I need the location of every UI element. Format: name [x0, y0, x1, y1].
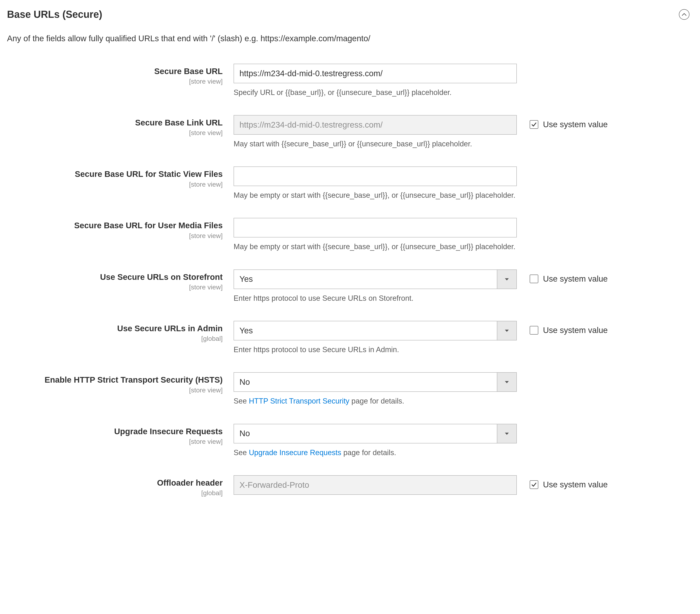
- help-text-after: page for details.: [341, 449, 396, 457]
- field-label: Use Secure URLs on Storefront: [7, 272, 223, 282]
- field-label: Use Secure URLs in Admin: [7, 323, 223, 333]
- field-row-hsts: Enable HTTP Strict Transport Security (H…: [7, 372, 693, 406]
- field-row-use-secure-storefront: Use Secure URLs on Storefront [store vie…: [7, 269, 693, 303]
- secure-base-url-input[interactable]: [234, 64, 517, 83]
- help-text-after: page for details.: [349, 397, 404, 405]
- caret-down-icon: [504, 329, 509, 332]
- field-scope: [global]: [7, 334, 223, 343]
- use-system-value-label: Use system value: [543, 479, 608, 490]
- field-help: Specify URL or {{base_url}}, or {{unsecu…: [234, 88, 517, 98]
- checkmark-icon: [531, 122, 537, 127]
- section-hint: Any of the fields allow fully qualified …: [7, 33, 693, 44]
- field-scope: [store view]: [7, 386, 223, 395]
- field-help: May start with {{secure_base_url}} or {{…: [234, 139, 517, 149]
- field-scope: [store view]: [7, 128, 223, 137]
- field-label: Secure Base Link URL: [7, 118, 223, 127]
- field-label: Secure Base URL for User Media Files: [7, 221, 223, 230]
- field-help: See Upgrade Insecure Requests page for d…: [234, 448, 517, 458]
- select-arrow: [497, 373, 516, 391]
- svg-marker-1: [505, 330, 509, 332]
- field-scope: [store view]: [7, 231, 223, 241]
- chevron-up-icon: [682, 13, 687, 16]
- secure-base-static-input[interactable]: [234, 167, 517, 186]
- help-text-before: See: [234, 449, 249, 457]
- field-help: May be empty or start with {{secure_base…: [234, 242, 517, 252]
- field-scope: [global]: [7, 489, 223, 498]
- field-help: May be empty or start with {{secure_base…: [234, 191, 517, 200]
- field-label: Upgrade Insecure Requests: [7, 427, 223, 437]
- use-system-value-checkbox[interactable]: [530, 480, 538, 489]
- field-scope: [store view]: [7, 180, 223, 189]
- use-system-value-checkbox[interactable]: [530, 120, 538, 129]
- svg-marker-3: [505, 433, 509, 435]
- use-system-value-label: Use system value: [543, 325, 608, 336]
- help-text-before: See: [234, 397, 249, 405]
- use-system-value-checkbox[interactable]: [530, 326, 538, 334]
- field-scope: [store view]: [7, 437, 223, 446]
- use-system-value-checkbox[interactable]: [530, 274, 538, 283]
- field-row-secure-base-static: Secure Base URL for Static View Files [s…: [7, 167, 693, 200]
- select-value: Yes: [234, 270, 497, 288]
- hsts-select[interactable]: No: [234, 372, 517, 392]
- field-scope: [store view]: [7, 283, 223, 292]
- upgrade-insecure-select[interactable]: No: [234, 424, 517, 443]
- field-row-secure-base-url: Secure Base URL [store view] Specify URL…: [7, 64, 693, 98]
- secure-base-link-url-input: [234, 115, 517, 135]
- svg-marker-0: [505, 278, 509, 280]
- use-system-value-label: Use system value: [543, 119, 608, 130]
- field-help: Enter https protocol to use Secure URLs …: [234, 345, 517, 355]
- section-header: Base URLs (Secure): [7, 8, 693, 21]
- field-row-use-secure-admin: Use Secure URLs in Admin [global] Yes En…: [7, 321, 693, 355]
- caret-down-icon: [504, 278, 509, 281]
- use-secure-admin-select[interactable]: Yes: [234, 321, 517, 341]
- hsts-help-link[interactable]: HTTP Strict Transport Security: [249, 397, 349, 405]
- select-arrow: [497, 424, 516, 443]
- field-label: Secure Base URL for Static View Files: [7, 169, 223, 179]
- use-system-value-label: Use system value: [543, 273, 608, 284]
- field-help: See HTTP Strict Transport Security page …: [234, 396, 517, 406]
- checkmark-icon: [531, 482, 537, 488]
- field-label: Secure Base URL: [7, 66, 223, 76]
- use-secure-storefront-select[interactable]: Yes: [234, 269, 517, 289]
- offloader-header-input: [234, 475, 517, 495]
- field-label: Offloader header: [7, 478, 223, 488]
- field-help: Enter https protocol to use Secure URLs …: [234, 293, 517, 303]
- upgrade-insecure-help-link[interactable]: Upgrade Insecure Requests: [249, 449, 341, 457]
- field-scope: [store view]: [7, 77, 223, 86]
- field-row-secure-base-link-url: Secure Base Link URL [store view] May st…: [7, 115, 693, 149]
- collapse-section-button[interactable]: [679, 9, 689, 20]
- field-row-secure-base-media: Secure Base URL for User Media Files [st…: [7, 218, 693, 252]
- secure-base-media-input[interactable]: [234, 218, 517, 237]
- caret-down-icon: [504, 432, 509, 435]
- field-label: Enable HTTP Strict Transport Security (H…: [7, 375, 223, 385]
- select-arrow: [497, 321, 516, 340]
- field-row-offloader: Offloader header [global] Use system val…: [7, 475, 693, 498]
- select-value: No: [234, 373, 497, 391]
- select-value: No: [234, 424, 497, 443]
- svg-marker-2: [505, 381, 509, 383]
- select-arrow: [497, 270, 516, 288]
- select-value: Yes: [234, 321, 497, 340]
- caret-down-icon: [504, 380, 509, 384]
- section-title: Base URLs (Secure): [7, 8, 102, 21]
- field-row-upgrade-insecure: Upgrade Insecure Requests [store view] N…: [7, 424, 693, 458]
